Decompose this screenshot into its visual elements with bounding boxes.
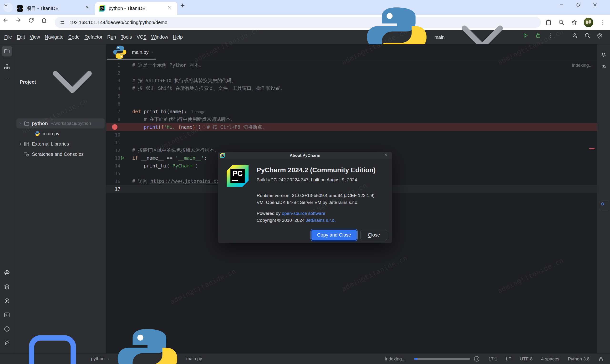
code-line-1[interactable]: 1# 这是一个示例 Python 脚本。 [106, 61, 597, 69]
close-tab-icon[interactable] [167, 5, 174, 12]
status-indexing-label[interactable]: Indexing... [385, 356, 405, 362]
code-line-11[interactable]: 11 [106, 139, 597, 146]
code-line-3[interactable]: 3# 按 Shift+F10 执行或将其替换为您的代码。 [106, 77, 597, 85]
python-console-button[interactable] [2, 268, 12, 278]
debug-button[interactable] [535, 32, 544, 42]
gutter[interactable]: 13 [106, 155, 132, 161]
gutter[interactable]: 6 [106, 101, 132, 106]
browser-tab-pycharm[interactable]: PC python - TitanIDE [95, 2, 177, 15]
structure-tool-window-button[interactable] [2, 62, 12, 72]
gutter[interactable]: 10 [106, 132, 132, 137]
menu-tools[interactable]: Tools [118, 32, 134, 42]
error-stripe-mark[interactable] [589, 148, 595, 149]
run-line-icon[interactable] [120, 155, 125, 161]
breadcrumb-project[interactable]: python [91, 356, 104, 361]
home-button[interactable] [41, 17, 52, 28]
code-line-7[interactable]: 7def print_hi(name):1 usage [106, 108, 597, 116]
tab-search-button[interactable] [3, 3, 13, 12]
pause-progress-button[interactable] [473, 356, 480, 362]
menu-vcs[interactable]: VCS [134, 32, 149, 42]
file-lock-icon[interactable] [598, 356, 604, 362]
settings-button[interactable] [597, 32, 606, 42]
gutter[interactable]: 2 [106, 70, 132, 76]
bookmark-star-icon[interactable] [571, 19, 578, 26]
status-lf[interactable]: LF [506, 356, 511, 362]
status-17-1[interactable]: 17:1 [489, 356, 497, 362]
menu-refactor[interactable]: Refactor [82, 32, 105, 42]
hidden-windows-button[interactable] [599, 201, 610, 211]
project-panel-header[interactable]: Project [14, 44, 106, 118]
code-line-6[interactable]: 6 [106, 100, 597, 108]
status-python-3.8[interactable]: Python 3.8 [568, 356, 589, 362]
tree-item-main-py[interactable]: main.py [16, 129, 104, 139]
menu-edit[interactable]: Edit [14, 32, 27, 42]
close-editor-tab-icon[interactable] [151, 50, 154, 54]
gutter[interactable]: 15 [106, 171, 132, 176]
back-button[interactable] [2, 17, 13, 28]
restore-button[interactable] [576, 2, 586, 13]
breakpoint-icon[interactable] [112, 124, 117, 130]
menu-window[interactable]: Window [149, 32, 171, 42]
profile-avatar[interactable] [584, 18, 593, 27]
code-line-9[interactable]: print(f'Hi, {name}') # 按 Ctrl+F8 切换断点。 [106, 123, 597, 131]
code-with-me-button[interactable] [572, 32, 581, 42]
more-tool-windows-button[interactable] [2, 74, 12, 84]
new-tab-button[interactable] [180, 3, 189, 12]
browser-menu-kebab-icon[interactable] [599, 19, 606, 26]
tree-item-scratches-and-consoles[interactable]: Scratches and Consoles [16, 149, 104, 159]
menu-run[interactable]: Run [105, 32, 118, 42]
status-4-spaces[interactable]: 4 spaces [541, 356, 559, 362]
project-tool-window-button[interactable] [2, 46, 12, 56]
copy-and-close-button[interactable]: Copy and Close [311, 230, 357, 240]
code-line-8[interactable]: 8 # 在下面的代码行中使用断点来调试脚本。 [106, 116, 597, 123]
breadcrumb-file[interactable]: main.py [186, 356, 202, 361]
search-everywhere-button[interactable] [584, 32, 594, 42]
code-line-5[interactable]: 5 [106, 92, 597, 100]
clipboard-icon[interactable] [545, 19, 552, 26]
dialog-close-button[interactable] [384, 153, 389, 158]
zoom-magnifier-icon[interactable] [558, 19, 565, 26]
notifications-button[interactable] [598, 49, 609, 60]
close-window-button[interactable] [592, 2, 603, 13]
menu-help[interactable]: Help [171, 32, 185, 42]
ai-assistant-button[interactable] [598, 62, 609, 72]
code-line-2[interactable]: 2 [106, 69, 597, 77]
close-tab-icon[interactable] [85, 5, 92, 12]
gutter[interactable]: 16 [106, 179, 132, 184]
gutter[interactable]: 8 [106, 117, 132, 122]
reload-button[interactable] [28, 17, 39, 28]
menu-code[interactable]: Code [66, 32, 82, 42]
chevron-down-icon[interactable] [17, 120, 24, 127]
menu-file[interactable]: File [2, 32, 14, 42]
gutter[interactable]: 17 [106, 186, 132, 192]
close-button[interactable]: Close [361, 230, 387, 240]
browser-tab-titanide[interactable]: <t> 项目 - TitanIDE [13, 2, 95, 15]
status-utf-8[interactable]: UTF-8 [520, 356, 532, 362]
gutter[interactable]: 3 [106, 78, 132, 83]
gutter[interactable]: 11 [106, 140, 132, 145]
run-button[interactable] [522, 32, 532, 42]
chevron-right-icon[interactable] [17, 141, 24, 147]
menu-view[interactable]: View [27, 32, 42, 42]
gutter[interactable]: 4 [106, 86, 132, 91]
gutter[interactable]: 1 [106, 62, 132, 68]
gutter[interactable]: 5 [106, 93, 132, 99]
open-source-link[interactable]: open-source software [282, 211, 325, 216]
menu-navigate[interactable]: Navigate [42, 32, 66, 42]
code-line-4[interactable]: 4# 按 双击 Shift 在所有地方搜索类、文件、工具窗口、操作和设置。 [106, 85, 597, 92]
url-text[interactable]: 192.168.101.144/ide/web/coding/python/de… [70, 20, 167, 25]
gutter[interactable]: 12 [106, 148, 132, 153]
minimize-button[interactable] [559, 2, 570, 13]
site-info-icon[interactable] [60, 20, 65, 25]
terminal-button[interactable] [2, 310, 12, 320]
dialog-title-bar[interactable]: PC About PyCharm [218, 152, 392, 159]
editor-tab-main-py[interactable]: main.py [106, 44, 157, 60]
code-line-10[interactable]: 10 [106, 131, 597, 139]
gutter[interactable]: 14 [106, 163, 132, 169]
gutter[interactable]: 7 [106, 109, 132, 114]
more-actions-button[interactable] [547, 32, 557, 42]
tree-item-python[interactable]: python~/workspace/python [16, 118, 104, 128]
services-button[interactable] [2, 296, 12, 306]
forward-button[interactable] [15, 17, 26, 28]
jetbrains-link[interactable]: JetBrains s.r.o. [306, 218, 336, 223]
